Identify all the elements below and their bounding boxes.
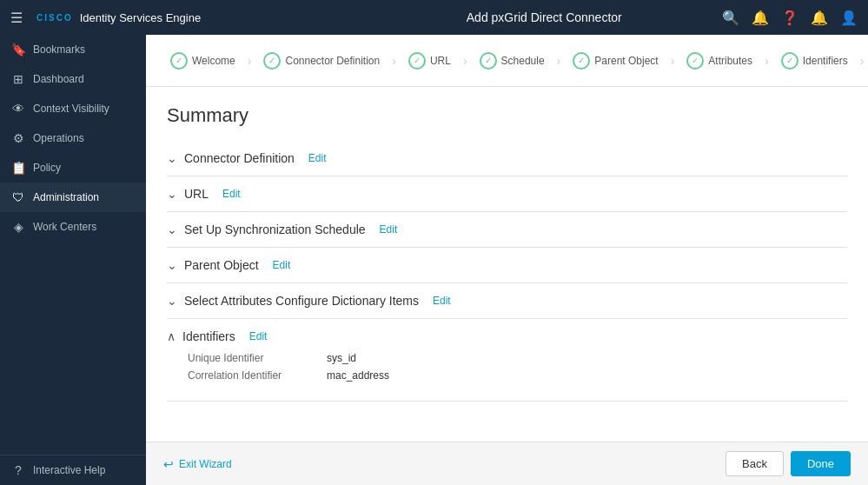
step-attributes-label: Attributes [708, 55, 752, 67]
edit-sync-link[interactable]: Edit [380, 223, 398, 236]
sidebar-item-label: Dashboard [33, 73, 84, 85]
footer-right: Back Done [726, 451, 851, 476]
step-attributes[interactable]: ✓ Attributes [679, 49, 759, 73]
sidebar-item-operations[interactable]: ⚙ Operations [0, 123, 146, 153]
sidebar: 🔖 Bookmarks ⊞ Dashboard 👁 Context Visibi… [0, 35, 146, 485]
dashboard-icon: ⊞ [10, 72, 26, 86]
accordion-header-parent[interactable]: ⌄ Parent Object Edit [167, 258, 847, 272]
exit-wizard-link[interactable]: Exit Wizard [179, 458, 232, 470]
correlation-identifier-label: Correlation Identifier [188, 369, 309, 382]
accordion-header-url[interactable]: ⌄ URL Edit [167, 187, 847, 201]
content-area: ✓ Welcome › ✓ Connector Definition › ✓ U… [146, 35, 868, 485]
sidebar-item-administration[interactable]: 🛡 Administration [0, 183, 146, 212]
step-identifiers[interactable]: ✓ Identifiers [774, 49, 855, 73]
page-header-title: Add pxGrid Direct Connector [367, 10, 723, 24]
app-title: Identity Services Engine [80, 11, 201, 24]
done-button[interactable]: Done [791, 451, 851, 476]
chevron-down-icon: ⌄ [167, 151, 177, 165]
sidebar-item-label: Administration [33, 191, 99, 203]
footer: ↩ Exit Wizard Back Done [146, 442, 868, 485]
sidebar-item-label: Work Centers [33, 221, 96, 233]
accordion-header-identifiers[interactable]: ∧ Identifiers Edit [167, 329, 847, 343]
step-connector-label: Connector Definition [285, 55, 380, 67]
main-layout: 🔖 Bookmarks ⊞ Dashboard 👁 Context Visibi… [0, 35, 868, 485]
section-connector-definition: ⌄ Connector Definition Edit [167, 141, 847, 176]
bookmarks-icon: 🔖 [10, 43, 26, 56]
sidebar-item-dashboard[interactable]: ⊞ Dashboard [0, 64, 146, 94]
sidebar-item-label: Context Visibility [33, 103, 109, 115]
section-url: ⌄ URL Edit [167, 176, 847, 212]
footer-left: ↩ Exit Wizard [163, 457, 726, 471]
edit-connector-link[interactable]: Edit [308, 152, 327, 164]
step-schedule[interactable]: ✓ Schedule [473, 49, 552, 73]
step-sep-4: › [557, 54, 561, 68]
sidebar-item-label: Policy [33, 162, 61, 174]
step-schedule-circle: ✓ [480, 52, 497, 70]
section-title-sync: Set Up Synchronization Schedule [184, 223, 366, 236]
edit-identifiers-link[interactable]: Edit [249, 330, 268, 342]
step-welcome-label: Welcome [192, 55, 235, 67]
menu-icon[interactable]: ☰ [10, 10, 23, 26]
chevron-down-icon: ⌄ [167, 258, 177, 272]
policy-icon: 📋 [10, 161, 26, 175]
back-button[interactable]: Back [726, 451, 784, 476]
identifiers-body: Unique Identifier sys_id Correlation Ide… [167, 343, 847, 390]
section-parent-object: ⌄ Parent Object Edit [167, 248, 847, 283]
sidebar-item-policy[interactable]: 📋 Policy [0, 153, 146, 183]
sidebar-item-bookmarks[interactable]: 🔖 Bookmarks [0, 35, 146, 64]
section-sync-schedule: ⌄ Set Up Synchronization Schedule Edit [167, 212, 847, 248]
chevron-up-icon: ∧ [167, 329, 176, 343]
section-title-url: URL [184, 187, 209, 201]
section-title-connector: Connector Definition [184, 151, 295, 165]
sidebar-bottom: ? Interactive Help [0, 455, 146, 485]
step-connector-circle: ✓ [263, 52, 281, 70]
top-navbar: ☰ CISCO Identity Services Engine Add pxG… [0, 0, 868, 35]
accordion-header-sync[interactable]: ⌄ Set Up Synchronization Schedule Edit [167, 223, 847, 236]
sidebar-item-context-visibility[interactable]: 👁 Context Visibility [0, 94, 146, 123]
bell-outline-icon[interactable]: 🔔 [752, 10, 769, 26]
step-url-circle: ✓ [408, 52, 426, 70]
wizard-steps: ✓ Welcome › ✓ Connector Definition › ✓ U… [146, 35, 868, 87]
alert-icon[interactable]: 🔔 [811, 10, 828, 26]
page-content: Summary ⌄ Connector Definition Edit ⌄ UR… [146, 87, 868, 442]
step-sep-2: › [392, 54, 396, 68]
nav-icons: 🔍 🔔 ❓ 🔔 👤 [722, 10, 858, 26]
help-icon[interactable]: ❓ [781, 10, 798, 26]
sidebar-item-label: Operations [33, 132, 84, 144]
unique-identifier-value: sys_id [327, 352, 356, 364]
section-attributes: ⌄ Select Attributes Configure Dictionary… [167, 283, 847, 319]
work-centers-icon: ◈ [10, 220, 26, 234]
accordion-header-attributes[interactable]: ⌄ Select Attributes Configure Dictionary… [167, 294, 847, 308]
operations-icon: ⚙ [10, 131, 26, 145]
step-parent-label: Parent Object [594, 55, 658, 67]
sidebar-item-work-centers[interactable]: ◈ Work Centers [0, 212, 146, 242]
accordion-header-connector[interactable]: ⌄ Connector Definition Edit [167, 151, 847, 165]
chevron-down-icon: ⌄ [167, 294, 177, 308]
exit-wizard-icon: ↩ [163, 457, 174, 471]
section-title-identifiers: Identifiers [182, 329, 235, 343]
sidebar-item-label: Bookmarks [33, 43, 85, 56]
context-visibility-icon: 👁 [10, 102, 26, 116]
step-url[interactable]: ✓ URL [401, 49, 458, 73]
sidebar-item-label: Interactive Help [33, 464, 105, 476]
user-icon[interactable]: 👤 [840, 10, 858, 26]
step-sep-1: › [248, 54, 252, 68]
edit-attributes-link[interactable]: Edit [433, 295, 451, 307]
step-identifiers-circle: ✓ [781, 52, 798, 70]
edit-url-link[interactable]: Edit [222, 188, 241, 200]
administration-icon: 🛡 [10, 190, 26, 204]
section-title-attributes: Select Attributes Configure Dictionary I… [184, 294, 419, 308]
chevron-down-icon: ⌄ [167, 223, 177, 236]
brand-area: ☰ CISCO Identity Services Engine [10, 10, 367, 26]
field-row-correlation-identifier: Correlation Identifier mac_address [188, 369, 826, 382]
help-circle-icon: ? [10, 463, 26, 477]
step-connector-definition[interactable]: ✓ Connector Definition [256, 49, 387, 73]
unique-identifier-label: Unique Identifier [188, 352, 309, 364]
edit-parent-link[interactable]: Edit [273, 259, 291, 271]
search-icon[interactable]: 🔍 [722, 10, 739, 26]
step-sep-5: › [671, 54, 675, 68]
step-parent-object[interactable]: ✓ Parent Object [566, 49, 665, 73]
step-identifiers-label: Identifiers [803, 55, 848, 67]
sidebar-item-interactive-help[interactable]: ? Interactive Help [0, 455, 146, 485]
step-welcome[interactable]: ✓ Welcome [163, 49, 242, 73]
